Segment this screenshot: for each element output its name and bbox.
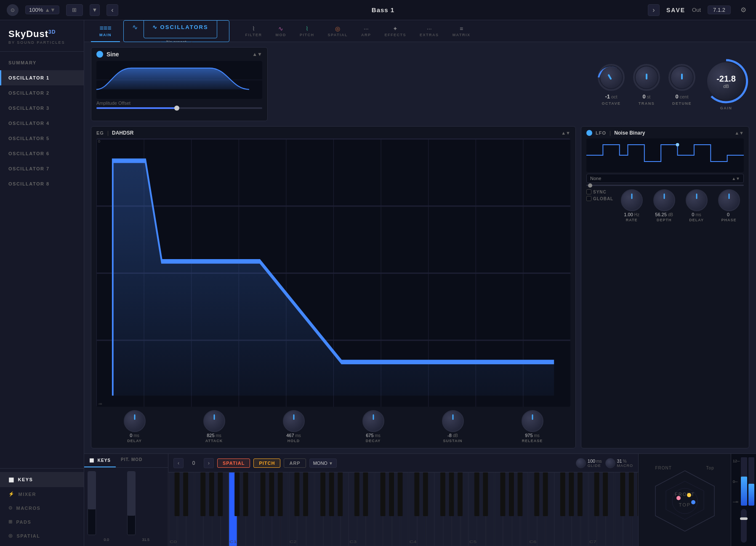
lfo-rate-value: 1.00 [624, 212, 633, 217]
trans-value: 0 [643, 93, 646, 100]
sustain-knob[interactable] [442, 410, 464, 432]
sidebar-item-osc7[interactable]: OSCILLATOR 7 [0, 161, 84, 176]
attack-knob[interactable] [203, 410, 225, 432]
filter-label: FILTER [245, 33, 262, 37]
vu-label-bot: ─∞ [733, 500, 740, 504]
sidebar-bottom-keys[interactable]: ▦ KEYS [0, 472, 84, 487]
matrix-label: MATRIX [453, 33, 471, 37]
svg-text:C5: C5 [469, 539, 476, 544]
tab-mod[interactable]: ∿ MOD [269, 20, 292, 42]
svg-rect-109 [620, 472, 625, 516]
lfo-delay-label: DELAY [689, 218, 704, 222]
lfo-type: Noise Binary [614, 130, 645, 136]
sync-checkbox-box[interactable] [586, 189, 591, 194]
lfo-target-arrow[interactable]: ▲▼ [732, 176, 740, 181]
sidebar-item-osc2[interactable]: OSCILLATOR 2 [0, 85, 84, 101]
lfo-depth-knob[interactable] [653, 189, 675, 211]
piano-next-btn[interactable]: › [204, 458, 214, 468]
power-button[interactable] [96, 51, 103, 58]
piano-keys[interactable]: C0 [168, 472, 638, 546]
svg-rect-45 [329, 472, 334, 516]
sidebar-item-osc4[interactable]: OSCILLATOR 4 [0, 116, 84, 131]
pitch-mode-btn[interactable]: PITCH [253, 459, 280, 468]
tab-extras[interactable]: ··· EXTRAS [414, 20, 445, 42]
tab-spatial[interactable]: ◎ SPATIAL [322, 20, 354, 42]
next-preset-btn[interactable]: › [648, 4, 660, 16]
tab-main[interactable]: ≡≡≡ MAIN [91, 20, 120, 42]
plugin-content: Sine ▲▼ [84, 42, 756, 546]
sidebar-bottom-mixer[interactable]: ⚡ MIXER [0, 487, 84, 501]
delay-knob[interactable] [124, 410, 146, 432]
keys-icon: ▦ [8, 476, 15, 483]
sidebar-item-osc1[interactable]: OSCILLATOR 1 [0, 70, 84, 85]
svg-text:C4: C4 [410, 539, 417, 544]
tab-arp[interactable]: ··· ARP [355, 20, 377, 42]
spatial-mode-btn[interactable]: SPATIAL [217, 459, 250, 468]
svg-rect-108 [603, 472, 608, 516]
pit-mod-tab[interactable]: PIT. MOD [116, 454, 147, 467]
save-button[interactable]: SAVE [666, 7, 685, 13]
svg-rect-81 [474, 472, 479, 516]
release-knob[interactable] [522, 410, 543, 432]
sidebar-item-osc8[interactable]: OSCILLATOR 8 [0, 176, 84, 191]
sidebar-item-summary[interactable]: SUMMARY [0, 55, 84, 70]
grid-icon-btn[interactable]: ⊞ [66, 4, 83, 16]
pit-slider[interactable] [88, 471, 96, 535]
tab-pitch[interactable]: ⌇ PITCH [294, 20, 320, 42]
expand-icon-btn[interactable]: ▼ [90, 4, 100, 16]
out-value[interactable]: 7.1.2 [708, 5, 731, 14]
sync-checkbox[interactable]: SYNC [586, 189, 613, 194]
effects-label: EFFECTS [385, 33, 407, 37]
waveform-type-arrow[interactable]: ▲▼ [252, 51, 262, 57]
matrix-icon: ≡ [460, 25, 463, 32]
keys-tab[interactable]: ▦ KEYS [84, 454, 116, 467]
sustain-control: -8 dB SUSTAIN [415, 410, 491, 443]
lfo-power-button[interactable] [586, 130, 592, 136]
sidebar-item-osc6[interactable]: OSCILLATOR 6 [0, 146, 84, 161]
decay-value: 675 [366, 433, 373, 438]
svg-rect-97 [569, 472, 574, 516]
tab-effects[interactable]: ✦ EFFECTS [379, 20, 413, 42]
mono-select[interactable]: MONO ▼ [309, 459, 337, 468]
global-checkbox-box[interactable] [586, 196, 591, 201]
lfo-rate-knob[interactable] [621, 189, 643, 211]
eg-header: EG | DAHDSR ▲▼ [96, 130, 570, 136]
arp-mode-btn[interactable]: ARP [284, 459, 306, 468]
lfo-delay-knob[interactable] [686, 189, 708, 211]
glide-knob[interactable] [576, 458, 586, 468]
zoom-value: 100% [29, 7, 43, 13]
tab-matrix[interactable]: ≡ MATRIX [447, 20, 476, 42]
mod-slider[interactable] [127, 471, 136, 535]
global-checkbox[interactable]: GLOBAL [586, 196, 613, 201]
eg-type-arrow[interactable]: ▲▼ [561, 130, 570, 135]
settings-icon[interactable]: ⚙ [737, 4, 749, 16]
lfo-phase-knob[interactable] [718, 189, 740, 211]
zoom-arrow[interactable]: ▲▼ [45, 7, 56, 13]
octave-value: -1 [605, 93, 610, 100]
sidebar-item-osc5[interactable]: OSCILLATOR 5 [0, 131, 84, 146]
lfo-slider-thumb[interactable] [588, 183, 592, 188]
sidebar-bottom: ▦ KEYS ⚡ MIXER ⊙ MACROS ⊞ PADS ◎ SPATIAL [0, 468, 84, 546]
lfo-type-arrow[interactable]: ▲▼ [735, 130, 744, 135]
svg-rect-82 [483, 472, 488, 516]
prev-preset-btn[interactable]: ‹ [106, 4, 118, 16]
tab-oscillators[interactable]: ∿ ∿ OSCILLATORS ‹ No preset › [123, 20, 229, 42]
zoom-control[interactable]: 100% ▲▼ [25, 5, 59, 14]
svg-point-119 [687, 493, 691, 497]
eg-label: EG [96, 130, 104, 135]
hold-knob[interactable] [283, 410, 305, 432]
sidebar-bottom-spatial[interactable]: ◎ SPATIAL [0, 529, 84, 543]
sidebar-bottom-macros[interactable]: ⊙ MACROS [0, 501, 84, 515]
tab-filter[interactable]: ⌇ FILTER [240, 20, 268, 42]
amplitude-slider[interactable] [96, 107, 262, 109]
mod-label: MOD [275, 33, 286, 37]
piano-prev-btn[interactable]: ‹ [173, 458, 184, 468]
bottom-piano-area: ‹ 0 › SPATIAL PITCH ARP MONO ▼ [168, 454, 638, 546]
lfo-slider[interactable] [586, 185, 744, 186]
macro-knob[interactable] [605, 458, 615, 468]
svg-rect-68 [414, 472, 419, 516]
sidebar-item-osc3[interactable]: OSCILLATOR 3 [0, 101, 84, 116]
plugin-header: ≡≡≡ MAIN ∿ ∿ OSCILLATORS ‹ No preset › ⌇ [84, 20, 756, 42]
decay-knob[interactable] [362, 410, 384, 432]
sidebar-bottom-pads[interactable]: ⊞ PADS [0, 515, 84, 529]
